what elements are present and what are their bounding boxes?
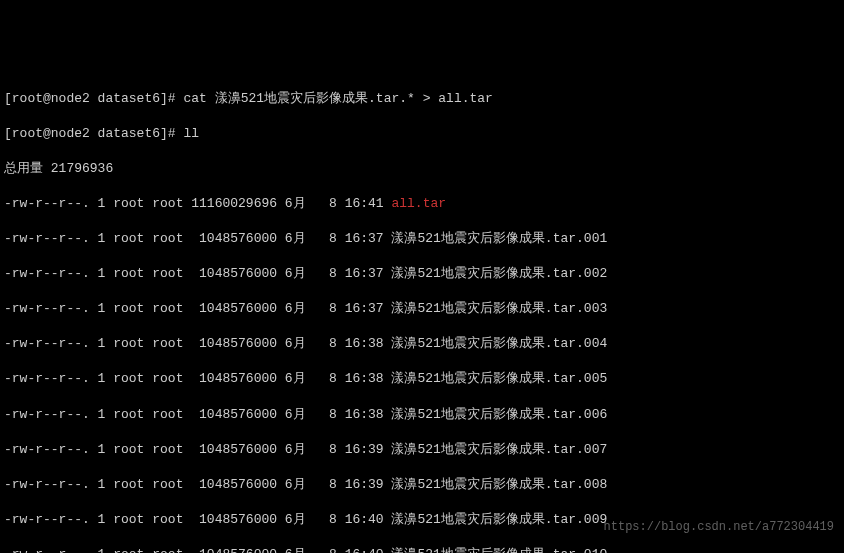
terminal-output[interactable]: [root@node2 dataset6]# cat 漾濞521地震灾后影像成果… bbox=[4, 72, 840, 553]
file-row: -rw-r--r--. 1 root root 1048576000 6月 8 … bbox=[4, 335, 840, 353]
command-cat: cat 漾濞521地震灾后影像成果.tar.* > all.tar bbox=[183, 91, 492, 106]
file-row: -rw-r--r--. 1 root root 1048576000 6月 8 … bbox=[4, 370, 840, 388]
file-meta: -rw-r--r--. 1 root root 11160029696 6月 8… bbox=[4, 196, 391, 211]
file-row: -rw-r--r--. 1 root root 1048576000 6月 8 … bbox=[4, 511, 840, 529]
prompt-line: [root@node2 dataset6]# ll bbox=[4, 125, 840, 143]
prompt: [root@node2 dataset6]# bbox=[4, 91, 176, 106]
file-row: -rw-r--r--. 1 root root 1048576000 6月 8 … bbox=[4, 230, 840, 248]
prompt: [root@node2 dataset6]# bbox=[4, 126, 176, 141]
command-ll: ll bbox=[183, 126, 199, 141]
file-row: -rw-r--r--. 1 root root 1048576000 6月 8 … bbox=[4, 546, 840, 553]
file-row: -rw-r--r--. 1 root root 11160029696 6月 8… bbox=[4, 195, 840, 213]
file-row: -rw-r--r--. 1 root root 1048576000 6月 8 … bbox=[4, 406, 840, 424]
total-line: 总用量 21796936 bbox=[4, 160, 840, 178]
all-tar-filename: all.tar bbox=[391, 196, 446, 211]
prompt-line: [root@node2 dataset6]# cat 漾濞521地震灾后影像成果… bbox=[4, 90, 840, 108]
file-row: -rw-r--r--. 1 root root 1048576000 6月 8 … bbox=[4, 476, 840, 494]
file-row: -rw-r--r--. 1 root root 1048576000 6月 8 … bbox=[4, 265, 840, 283]
file-row: -rw-r--r--. 1 root root 1048576000 6月 8 … bbox=[4, 300, 840, 318]
file-row: -rw-r--r--. 1 root root 1048576000 6月 8 … bbox=[4, 441, 840, 459]
